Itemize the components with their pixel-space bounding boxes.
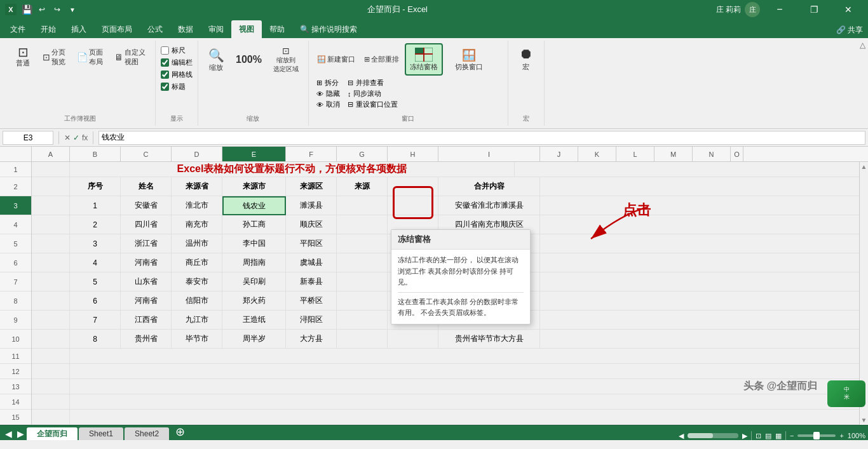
col-header-i[interactable]: I xyxy=(438,147,540,161)
cell-rest-row9[interactable] xyxy=(540,311,859,330)
col-header-m[interactable]: M xyxy=(654,147,693,161)
col-header-h[interactable]: H xyxy=(388,147,438,161)
row-header-2[interactable]: 2 xyxy=(0,177,31,196)
cell-g3[interactable] xyxy=(337,196,388,215)
hide-button[interactable]: 👁隐藏 xyxy=(316,89,340,98)
col-header-n[interactable]: N xyxy=(693,147,731,161)
custom-view-button[interactable]: 🖥 自定义视图 xyxy=(110,45,150,69)
headings-checkbox[interactable]: 标题 xyxy=(161,82,193,91)
cell-g8[interactable] xyxy=(337,292,388,311)
cell-b8[interactable]: 6 xyxy=(70,292,121,311)
cell-d2[interactable]: 来源省 xyxy=(172,177,222,196)
col-header-o[interactable]: O xyxy=(731,147,743,161)
tab-help[interactable]: 帮助 xyxy=(262,20,292,38)
row-header-7[interactable]: 7 xyxy=(0,272,31,292)
view-normal-icon[interactable]: ⊡ xyxy=(756,432,761,440)
page-layout-view-button[interactable]: 📄 页面布局 xyxy=(72,45,107,69)
save-quick-button[interactable]: 💾 xyxy=(20,3,33,16)
cell-f7[interactable]: 新泰县 xyxy=(286,272,337,292)
cell-a2[interactable] xyxy=(32,177,70,196)
redo-quick-button[interactable]: ↪ xyxy=(51,3,64,16)
cell-c2[interactable]: 姓名 xyxy=(121,177,172,196)
col-header-j[interactable]: J xyxy=(540,147,578,161)
col-header-c[interactable]: C xyxy=(121,147,172,161)
cell-rest-row1[interactable] xyxy=(515,162,859,177)
cell-rest-14[interactable] xyxy=(70,394,859,409)
tab-data[interactable]: 数据 xyxy=(170,20,201,38)
cell-d6[interactable]: 商丘市 xyxy=(172,253,222,272)
cell-rest-row3[interactable] xyxy=(540,196,859,215)
cell-i2[interactable]: 合并内容 xyxy=(438,177,540,196)
row-header-10[interactable]: 10 xyxy=(0,330,31,349)
cell-g7[interactable] xyxy=(337,272,388,292)
row-header-6[interactable]: 6 xyxy=(0,253,31,272)
restore-button[interactable]: ❐ xyxy=(799,0,829,19)
normal-view-button[interactable]: ⊡ 普通 xyxy=(10,43,36,70)
cell-h2[interactable] xyxy=(388,177,438,196)
col-header-k[interactable]: K xyxy=(578,147,616,161)
cell-title[interactable]: Excel表格如何设置标题行不动，方便核对各项数据 xyxy=(70,162,515,177)
cell-a14[interactable] xyxy=(32,394,70,409)
tab-home[interactable]: 开始 xyxy=(33,20,64,38)
minimize-button[interactable]: − xyxy=(765,0,794,19)
tab-review[interactable]: 审阅 xyxy=(201,20,231,38)
cell-rest-13[interactable] xyxy=(70,379,859,394)
cell-a3[interactable] xyxy=(32,196,70,215)
vertical-scrollbar[interactable]: ▲ ▼ xyxy=(859,162,868,425)
cell-e7[interactable]: 吴印刷 xyxy=(222,272,286,292)
col-header-a[interactable]: A xyxy=(32,147,70,161)
cell-b2[interactable]: 序号 xyxy=(70,177,121,196)
cell-d9[interactable]: 九江市 xyxy=(172,311,222,330)
cell-f4[interactable]: 顺庆区 xyxy=(286,215,337,234)
cell-f9[interactable]: 浔阳区 xyxy=(286,311,337,330)
cell-rest-row8[interactable] xyxy=(540,292,859,311)
cell-g10[interactable] xyxy=(337,330,388,349)
cell-d3[interactable]: 淮北市 xyxy=(172,196,222,215)
collapse-ribbon-button[interactable]: △ xyxy=(860,41,865,50)
col-header-f[interactable]: F xyxy=(286,147,337,161)
cell-e9[interactable]: 王造纸 xyxy=(222,311,286,330)
new-window-button[interactable]: 🪟 新建窗口 xyxy=(314,43,358,76)
cell-g4[interactable] xyxy=(337,215,388,234)
sheet-nav-left[interactable]: ◀ xyxy=(3,429,15,439)
share-button[interactable]: 🔗 共享 xyxy=(831,22,868,38)
add-sheet-button[interactable]: ⊕ xyxy=(172,425,189,439)
view-layout-icon[interactable]: ▤ xyxy=(765,432,771,440)
split-button[interactable]: ⊞拆分 xyxy=(316,78,340,88)
ruler-check-input[interactable] xyxy=(161,46,169,55)
cell-a7[interactable] xyxy=(32,272,70,292)
cell-rest-row4[interactable] xyxy=(540,215,859,234)
col-header-e[interactable]: E xyxy=(222,147,286,161)
sheet-nav-right[interactable]: ▶ xyxy=(15,429,27,439)
cell-g2[interactable]: 来源 xyxy=(337,177,388,196)
zoom-plus-button[interactable]: + xyxy=(839,432,843,439)
cell-f3[interactable]: 濉溪县 xyxy=(286,196,337,215)
cell-c6[interactable]: 河南省 xyxy=(121,253,172,272)
cell-rest-15[interactable] xyxy=(70,410,859,424)
row-header-5[interactable]: 5 xyxy=(0,234,31,253)
cell-d8[interactable]: 信阳市 xyxy=(172,292,222,311)
cell-e3-selected[interactable]: 钱农业 xyxy=(222,196,286,215)
formula-bar-check-input[interactable] xyxy=(161,58,169,67)
tab-search[interactable]: 🔍 操作说明搜索 xyxy=(292,20,365,38)
cell-e8[interactable]: 郑火药 xyxy=(222,292,286,311)
cell-c8[interactable]: 河南省 xyxy=(121,292,172,311)
cell-rest-row5[interactable] xyxy=(540,234,859,253)
gridlines-check-input[interactable] xyxy=(161,70,169,79)
col-header-l[interactable]: L xyxy=(616,147,654,161)
insert-function-icon[interactable]: fx xyxy=(82,133,88,142)
cell-reference-input[interactable] xyxy=(3,131,53,145)
row-header-13[interactable]: 13 xyxy=(0,379,31,394)
cell-c9[interactable]: 江西省 xyxy=(121,311,172,330)
cell-rest-12[interactable] xyxy=(70,364,859,379)
page-break-view-button[interactable]: ⊡ 分页预览 xyxy=(38,45,70,69)
cell-rest-row10[interactable] xyxy=(540,330,859,349)
zoom-minus-button[interactable]: − xyxy=(790,432,794,439)
cell-a12[interactable] xyxy=(32,364,70,379)
cell-a11[interactable] xyxy=(32,349,70,363)
cell-a6[interactable] xyxy=(32,253,70,272)
reset-window-button[interactable]: ⊟重设窗口位置 xyxy=(348,100,398,109)
cell-a15[interactable] xyxy=(32,410,70,424)
scroll-up-button[interactable]: ▲ xyxy=(861,163,867,170)
cell-f2[interactable]: 来源区 xyxy=(286,177,337,196)
